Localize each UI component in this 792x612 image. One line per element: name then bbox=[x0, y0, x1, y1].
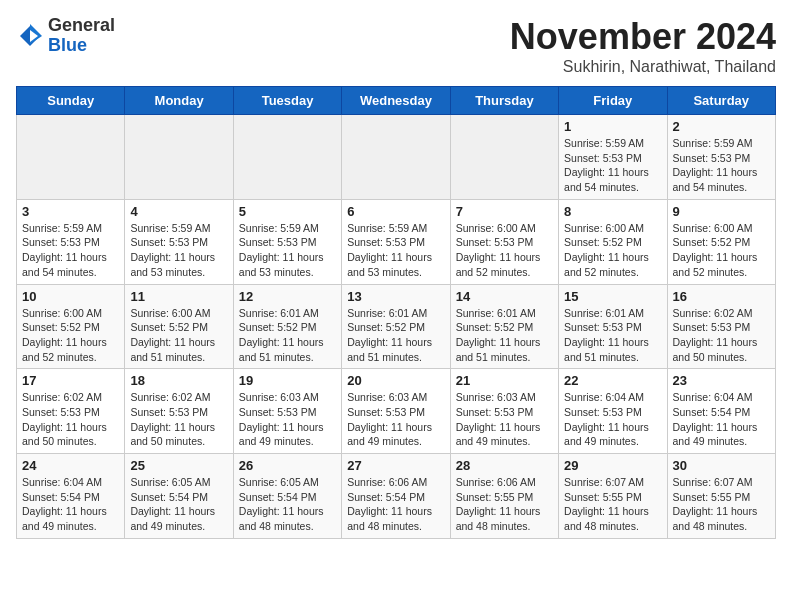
day-info: Sunrise: 6:01 AM Sunset: 5:52 PM Dayligh… bbox=[239, 306, 336, 365]
calendar-cell: 27Sunrise: 6:06 AM Sunset: 5:54 PM Dayli… bbox=[342, 454, 450, 539]
day-number: 18 bbox=[130, 373, 227, 388]
day-info: Sunrise: 5:59 AM Sunset: 5:53 PM Dayligh… bbox=[130, 221, 227, 280]
day-info: Sunrise: 6:02 AM Sunset: 5:53 PM Dayligh… bbox=[130, 390, 227, 449]
calendar-cell: 25Sunrise: 6:05 AM Sunset: 5:54 PM Dayli… bbox=[125, 454, 233, 539]
day-number: 13 bbox=[347, 289, 444, 304]
day-number: 28 bbox=[456, 458, 553, 473]
day-number: 6 bbox=[347, 204, 444, 219]
day-info: Sunrise: 6:06 AM Sunset: 5:55 PM Dayligh… bbox=[456, 475, 553, 534]
weekday-header-cell: Thursday bbox=[450, 87, 558, 115]
day-number: 19 bbox=[239, 373, 336, 388]
day-info: Sunrise: 5:59 AM Sunset: 5:53 PM Dayligh… bbox=[22, 221, 119, 280]
day-info: Sunrise: 5:59 AM Sunset: 5:53 PM Dayligh… bbox=[347, 221, 444, 280]
calendar-cell: 30Sunrise: 6:07 AM Sunset: 5:55 PM Dayli… bbox=[667, 454, 775, 539]
calendar-cell: 16Sunrise: 6:02 AM Sunset: 5:53 PM Dayli… bbox=[667, 284, 775, 369]
calendar-cell: 21Sunrise: 6:03 AM Sunset: 5:53 PM Dayli… bbox=[450, 369, 558, 454]
day-number: 15 bbox=[564, 289, 661, 304]
day-info: Sunrise: 6:07 AM Sunset: 5:55 PM Dayligh… bbox=[564, 475, 661, 534]
calendar-body: 1Sunrise: 5:59 AM Sunset: 5:53 PM Daylig… bbox=[17, 115, 776, 539]
calendar-week-row: 10Sunrise: 6:00 AM Sunset: 5:52 PM Dayli… bbox=[17, 284, 776, 369]
day-info: Sunrise: 6:00 AM Sunset: 5:52 PM Dayligh… bbox=[130, 306, 227, 365]
calendar-week-row: 17Sunrise: 6:02 AM Sunset: 5:53 PM Dayli… bbox=[17, 369, 776, 454]
calendar-cell: 1Sunrise: 5:59 AM Sunset: 5:53 PM Daylig… bbox=[559, 115, 667, 200]
day-info: Sunrise: 6:00 AM Sunset: 5:52 PM Dayligh… bbox=[564, 221, 661, 280]
day-info: Sunrise: 6:03 AM Sunset: 5:53 PM Dayligh… bbox=[239, 390, 336, 449]
calendar-cell: 8Sunrise: 6:00 AM Sunset: 5:52 PM Daylig… bbox=[559, 199, 667, 284]
calendar-cell: 12Sunrise: 6:01 AM Sunset: 5:52 PM Dayli… bbox=[233, 284, 341, 369]
logo-icon bbox=[16, 22, 44, 50]
day-info: Sunrise: 6:00 AM Sunset: 5:52 PM Dayligh… bbox=[22, 306, 119, 365]
calendar-cell: 5Sunrise: 5:59 AM Sunset: 5:53 PM Daylig… bbox=[233, 199, 341, 284]
weekday-header-row: SundayMondayTuesdayWednesdayThursdayFrid… bbox=[17, 87, 776, 115]
day-number: 2 bbox=[673, 119, 770, 134]
calendar-header: SundayMondayTuesdayWednesdayThursdayFrid… bbox=[17, 87, 776, 115]
calendar-cell: 2Sunrise: 5:59 AM Sunset: 5:53 PM Daylig… bbox=[667, 115, 775, 200]
day-info: Sunrise: 5:59 AM Sunset: 5:53 PM Dayligh… bbox=[673, 136, 770, 195]
calendar-cell: 18Sunrise: 6:02 AM Sunset: 5:53 PM Dayli… bbox=[125, 369, 233, 454]
day-number: 29 bbox=[564, 458, 661, 473]
calendar-cell: 14Sunrise: 6:01 AM Sunset: 5:52 PM Dayli… bbox=[450, 284, 558, 369]
day-number: 24 bbox=[22, 458, 119, 473]
page-header: General Blue November 2024 Sukhirin, Nar… bbox=[16, 16, 776, 76]
day-number: 27 bbox=[347, 458, 444, 473]
calendar-week-row: 3Sunrise: 5:59 AM Sunset: 5:53 PM Daylig… bbox=[17, 199, 776, 284]
day-number: 22 bbox=[564, 373, 661, 388]
day-number: 16 bbox=[673, 289, 770, 304]
calendar-cell: 29Sunrise: 6:07 AM Sunset: 5:55 PM Dayli… bbox=[559, 454, 667, 539]
calendar-cell: 20Sunrise: 6:03 AM Sunset: 5:53 PM Dayli… bbox=[342, 369, 450, 454]
calendar-cell bbox=[125, 115, 233, 200]
day-info: Sunrise: 6:04 AM Sunset: 5:54 PM Dayligh… bbox=[673, 390, 770, 449]
calendar-cell: 11Sunrise: 6:00 AM Sunset: 5:52 PM Dayli… bbox=[125, 284, 233, 369]
day-info: Sunrise: 6:05 AM Sunset: 5:54 PM Dayligh… bbox=[130, 475, 227, 534]
day-info: Sunrise: 6:02 AM Sunset: 5:53 PM Dayligh… bbox=[673, 306, 770, 365]
calendar-cell: 4Sunrise: 5:59 AM Sunset: 5:53 PM Daylig… bbox=[125, 199, 233, 284]
calendar-cell: 19Sunrise: 6:03 AM Sunset: 5:53 PM Dayli… bbox=[233, 369, 341, 454]
calendar-cell: 24Sunrise: 6:04 AM Sunset: 5:54 PM Dayli… bbox=[17, 454, 125, 539]
logo-text: General Blue bbox=[48, 16, 115, 56]
calendar-cell: 9Sunrise: 6:00 AM Sunset: 5:52 PM Daylig… bbox=[667, 199, 775, 284]
calendar-cell: 10Sunrise: 6:00 AM Sunset: 5:52 PM Dayli… bbox=[17, 284, 125, 369]
day-number: 30 bbox=[673, 458, 770, 473]
day-number: 17 bbox=[22, 373, 119, 388]
day-number: 3 bbox=[22, 204, 119, 219]
calendar-cell: 17Sunrise: 6:02 AM Sunset: 5:53 PM Dayli… bbox=[17, 369, 125, 454]
day-number: 20 bbox=[347, 373, 444, 388]
day-info: Sunrise: 5:59 AM Sunset: 5:53 PM Dayligh… bbox=[564, 136, 661, 195]
day-number: 14 bbox=[456, 289, 553, 304]
day-number: 26 bbox=[239, 458, 336, 473]
logo: General Blue bbox=[16, 16, 115, 56]
day-number: 23 bbox=[673, 373, 770, 388]
day-number: 8 bbox=[564, 204, 661, 219]
day-number: 4 bbox=[130, 204, 227, 219]
calendar-cell: 7Sunrise: 6:00 AM Sunset: 5:53 PM Daylig… bbox=[450, 199, 558, 284]
calendar-subtitle: Sukhirin, Narathiwat, Thailand bbox=[510, 58, 776, 76]
weekday-header-cell: Monday bbox=[125, 87, 233, 115]
day-info: Sunrise: 6:00 AM Sunset: 5:52 PM Dayligh… bbox=[673, 221, 770, 280]
calendar-cell bbox=[342, 115, 450, 200]
day-number: 10 bbox=[22, 289, 119, 304]
calendar-table: SundayMondayTuesdayWednesdayThursdayFrid… bbox=[16, 86, 776, 539]
weekday-header-cell: Saturday bbox=[667, 87, 775, 115]
day-info: Sunrise: 5:59 AM Sunset: 5:53 PM Dayligh… bbox=[239, 221, 336, 280]
day-number: 5 bbox=[239, 204, 336, 219]
calendar-cell: 13Sunrise: 6:01 AM Sunset: 5:52 PM Dayli… bbox=[342, 284, 450, 369]
calendar-title: November 2024 bbox=[510, 16, 776, 58]
calendar-cell bbox=[450, 115, 558, 200]
weekday-header-cell: Sunday bbox=[17, 87, 125, 115]
day-info: Sunrise: 6:03 AM Sunset: 5:53 PM Dayligh… bbox=[456, 390, 553, 449]
calendar-week-row: 24Sunrise: 6:04 AM Sunset: 5:54 PM Dayli… bbox=[17, 454, 776, 539]
weekday-header-cell: Tuesday bbox=[233, 87, 341, 115]
calendar-cell: 22Sunrise: 6:04 AM Sunset: 5:53 PM Dayli… bbox=[559, 369, 667, 454]
day-number: 9 bbox=[673, 204, 770, 219]
day-info: Sunrise: 6:01 AM Sunset: 5:52 PM Dayligh… bbox=[456, 306, 553, 365]
day-number: 7 bbox=[456, 204, 553, 219]
day-info: Sunrise: 6:07 AM Sunset: 5:55 PM Dayligh… bbox=[673, 475, 770, 534]
weekday-header-cell: Wednesday bbox=[342, 87, 450, 115]
day-info: Sunrise: 6:03 AM Sunset: 5:53 PM Dayligh… bbox=[347, 390, 444, 449]
day-info: Sunrise: 6:04 AM Sunset: 5:53 PM Dayligh… bbox=[564, 390, 661, 449]
calendar-cell: 15Sunrise: 6:01 AM Sunset: 5:53 PM Dayli… bbox=[559, 284, 667, 369]
calendar-cell: 6Sunrise: 5:59 AM Sunset: 5:53 PM Daylig… bbox=[342, 199, 450, 284]
day-info: Sunrise: 6:06 AM Sunset: 5:54 PM Dayligh… bbox=[347, 475, 444, 534]
calendar-cell: 3Sunrise: 5:59 AM Sunset: 5:53 PM Daylig… bbox=[17, 199, 125, 284]
calendar-cell bbox=[17, 115, 125, 200]
